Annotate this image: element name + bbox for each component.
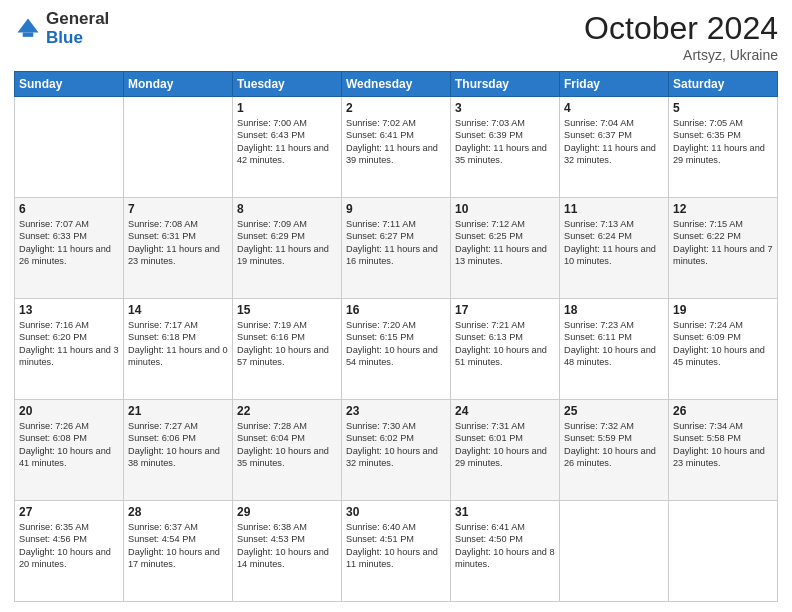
cell-4-6: 25Sunrise: 7:32 AM Sunset: 5:59 PM Dayli… bbox=[560, 400, 669, 501]
col-tuesday: Tuesday bbox=[233, 72, 342, 97]
cell-4-2: 21Sunrise: 7:27 AM Sunset: 6:06 PM Dayli… bbox=[124, 400, 233, 501]
day-number: 19 bbox=[673, 303, 773, 317]
day-number: 5 bbox=[673, 101, 773, 115]
logo-text: General Blue bbox=[46, 10, 109, 47]
day-number: 27 bbox=[19, 505, 119, 519]
cell-2-7: 12Sunrise: 7:15 AM Sunset: 6:22 PM Dayli… bbox=[669, 198, 778, 299]
cell-1-7: 5Sunrise: 7:05 AM Sunset: 6:35 PM Daylig… bbox=[669, 97, 778, 198]
cell-1-4: 2Sunrise: 7:02 AM Sunset: 6:41 PM Daylig… bbox=[342, 97, 451, 198]
day-number: 12 bbox=[673, 202, 773, 216]
cell-info: Sunrise: 7:16 AM Sunset: 6:20 PM Dayligh… bbox=[19, 319, 119, 369]
svg-marker-0 bbox=[18, 18, 39, 32]
logo-general-text: General bbox=[46, 10, 109, 29]
svg-rect-1 bbox=[23, 32, 34, 36]
logo: General Blue bbox=[14, 10, 109, 47]
cell-5-6 bbox=[560, 501, 669, 602]
cell-4-1: 20Sunrise: 7:26 AM Sunset: 6:08 PM Dayli… bbox=[15, 400, 124, 501]
cell-info: Sunrise: 7:13 AM Sunset: 6:24 PM Dayligh… bbox=[564, 218, 664, 268]
day-number: 1 bbox=[237, 101, 337, 115]
cell-4-5: 24Sunrise: 7:31 AM Sunset: 6:01 PM Dayli… bbox=[451, 400, 560, 501]
day-number: 17 bbox=[455, 303, 555, 317]
day-number: 7 bbox=[128, 202, 228, 216]
cell-2-1: 6Sunrise: 7:07 AM Sunset: 6:33 PM Daylig… bbox=[15, 198, 124, 299]
cell-3-4: 16Sunrise: 7:20 AM Sunset: 6:15 PM Dayli… bbox=[342, 299, 451, 400]
day-number: 31 bbox=[455, 505, 555, 519]
cell-1-5: 3Sunrise: 7:03 AM Sunset: 6:39 PM Daylig… bbox=[451, 97, 560, 198]
cell-1-6: 4Sunrise: 7:04 AM Sunset: 6:37 PM Daylig… bbox=[560, 97, 669, 198]
header: General Blue October 2024 Artsyz, Ukrain… bbox=[14, 10, 778, 63]
cell-info: Sunrise: 7:28 AM Sunset: 6:04 PM Dayligh… bbox=[237, 420, 337, 470]
day-number: 16 bbox=[346, 303, 446, 317]
logo-icon bbox=[14, 15, 42, 43]
cell-info: Sunrise: 7:05 AM Sunset: 6:35 PM Dayligh… bbox=[673, 117, 773, 167]
day-number: 9 bbox=[346, 202, 446, 216]
cell-info: Sunrise: 7:09 AM Sunset: 6:29 PM Dayligh… bbox=[237, 218, 337, 268]
col-saturday: Saturday bbox=[669, 72, 778, 97]
cell-2-3: 8Sunrise: 7:09 AM Sunset: 6:29 PM Daylig… bbox=[233, 198, 342, 299]
day-number: 6 bbox=[19, 202, 119, 216]
cell-info: Sunrise: 7:24 AM Sunset: 6:09 PM Dayligh… bbox=[673, 319, 773, 369]
day-number: 15 bbox=[237, 303, 337, 317]
col-friday: Friday bbox=[560, 72, 669, 97]
calendar-body: 1Sunrise: 7:00 AM Sunset: 6:43 PM Daylig… bbox=[15, 97, 778, 602]
cell-info: Sunrise: 7:04 AM Sunset: 6:37 PM Dayligh… bbox=[564, 117, 664, 167]
day-number: 29 bbox=[237, 505, 337, 519]
cell-4-3: 22Sunrise: 7:28 AM Sunset: 6:04 PM Dayli… bbox=[233, 400, 342, 501]
title-block: October 2024 Artsyz, Ukraine bbox=[584, 10, 778, 63]
cell-info: Sunrise: 7:11 AM Sunset: 6:27 PM Dayligh… bbox=[346, 218, 446, 268]
logo-blue-text: Blue bbox=[46, 29, 109, 48]
week-row-4: 20Sunrise: 7:26 AM Sunset: 6:08 PM Dayli… bbox=[15, 400, 778, 501]
cell-1-1 bbox=[15, 97, 124, 198]
cell-info: Sunrise: 6:40 AM Sunset: 4:51 PM Dayligh… bbox=[346, 521, 446, 571]
day-number: 22 bbox=[237, 404, 337, 418]
location-subtitle: Artsyz, Ukraine bbox=[584, 47, 778, 63]
col-sunday: Sunday bbox=[15, 72, 124, 97]
day-number: 11 bbox=[564, 202, 664, 216]
cell-2-2: 7Sunrise: 7:08 AM Sunset: 6:31 PM Daylig… bbox=[124, 198, 233, 299]
cell-info: Sunrise: 7:19 AM Sunset: 6:16 PM Dayligh… bbox=[237, 319, 337, 369]
cell-info: Sunrise: 7:31 AM Sunset: 6:01 PM Dayligh… bbox=[455, 420, 555, 470]
cell-info: Sunrise: 7:32 AM Sunset: 5:59 PM Dayligh… bbox=[564, 420, 664, 470]
cell-4-7: 26Sunrise: 7:34 AM Sunset: 5:58 PM Dayli… bbox=[669, 400, 778, 501]
cell-5-5: 31Sunrise: 6:41 AM Sunset: 4:50 PM Dayli… bbox=[451, 501, 560, 602]
cell-2-4: 9Sunrise: 7:11 AM Sunset: 6:27 PM Daylig… bbox=[342, 198, 451, 299]
cell-info: Sunrise: 7:17 AM Sunset: 6:18 PM Dayligh… bbox=[128, 319, 228, 369]
cell-info: Sunrise: 6:41 AM Sunset: 4:50 PM Dayligh… bbox=[455, 521, 555, 571]
cell-1-3: 1Sunrise: 7:00 AM Sunset: 6:43 PM Daylig… bbox=[233, 97, 342, 198]
day-number: 25 bbox=[564, 404, 664, 418]
calendar-table: Sunday Monday Tuesday Wednesday Thursday… bbox=[14, 71, 778, 602]
day-number: 30 bbox=[346, 505, 446, 519]
day-number: 28 bbox=[128, 505, 228, 519]
cell-info: Sunrise: 7:12 AM Sunset: 6:25 PM Dayligh… bbox=[455, 218, 555, 268]
day-number: 10 bbox=[455, 202, 555, 216]
cell-info: Sunrise: 6:37 AM Sunset: 4:54 PM Dayligh… bbox=[128, 521, 228, 571]
week-row-1: 1Sunrise: 7:00 AM Sunset: 6:43 PM Daylig… bbox=[15, 97, 778, 198]
cell-2-5: 10Sunrise: 7:12 AM Sunset: 6:25 PM Dayli… bbox=[451, 198, 560, 299]
cell-info: Sunrise: 7:02 AM Sunset: 6:41 PM Dayligh… bbox=[346, 117, 446, 167]
calendar-header: Sunday Monday Tuesday Wednesday Thursday… bbox=[15, 72, 778, 97]
cell-info: Sunrise: 7:34 AM Sunset: 5:58 PM Dayligh… bbox=[673, 420, 773, 470]
page: General Blue October 2024 Artsyz, Ukrain… bbox=[0, 0, 792, 612]
cell-3-5: 17Sunrise: 7:21 AM Sunset: 6:13 PM Dayli… bbox=[451, 299, 560, 400]
header-row: Sunday Monday Tuesday Wednesday Thursday… bbox=[15, 72, 778, 97]
day-number: 18 bbox=[564, 303, 664, 317]
cell-3-6: 18Sunrise: 7:23 AM Sunset: 6:11 PM Dayli… bbox=[560, 299, 669, 400]
cell-info: Sunrise: 7:08 AM Sunset: 6:31 PM Dayligh… bbox=[128, 218, 228, 268]
cell-5-7 bbox=[669, 501, 778, 602]
cell-4-4: 23Sunrise: 7:30 AM Sunset: 6:02 PM Dayli… bbox=[342, 400, 451, 501]
cell-info: Sunrise: 6:38 AM Sunset: 4:53 PM Dayligh… bbox=[237, 521, 337, 571]
day-number: 8 bbox=[237, 202, 337, 216]
cell-info: Sunrise: 7:00 AM Sunset: 6:43 PM Dayligh… bbox=[237, 117, 337, 167]
day-number: 26 bbox=[673, 404, 773, 418]
cell-info: Sunrise: 7:27 AM Sunset: 6:06 PM Dayligh… bbox=[128, 420, 228, 470]
cell-5-2: 28Sunrise: 6:37 AM Sunset: 4:54 PM Dayli… bbox=[124, 501, 233, 602]
cell-5-3: 29Sunrise: 6:38 AM Sunset: 4:53 PM Dayli… bbox=[233, 501, 342, 602]
cell-info: Sunrise: 7:30 AM Sunset: 6:02 PM Dayligh… bbox=[346, 420, 446, 470]
day-number: 20 bbox=[19, 404, 119, 418]
day-number: 3 bbox=[455, 101, 555, 115]
cell-info: Sunrise: 7:26 AM Sunset: 6:08 PM Dayligh… bbox=[19, 420, 119, 470]
week-row-5: 27Sunrise: 6:35 AM Sunset: 4:56 PM Dayli… bbox=[15, 501, 778, 602]
day-number: 14 bbox=[128, 303, 228, 317]
cell-1-2 bbox=[124, 97, 233, 198]
cell-5-4: 30Sunrise: 6:40 AM Sunset: 4:51 PM Dayli… bbox=[342, 501, 451, 602]
